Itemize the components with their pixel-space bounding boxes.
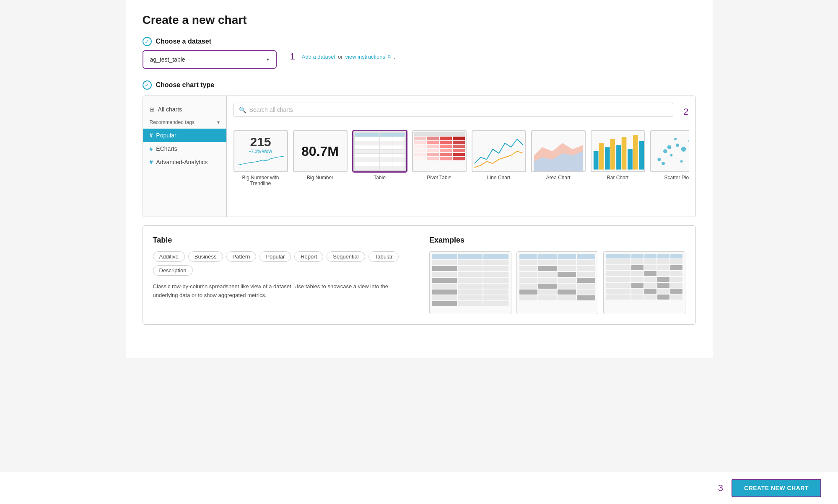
- svg-point-38: [670, 154, 672, 157]
- svg-point-43: [662, 162, 665, 165]
- svg-point-46: [667, 145, 671, 149]
- dataset-info-row: Add a dataset or view instructions ⧉ .: [302, 54, 395, 60]
- chart-thumb-big-number-trendline[interactable]: 215 +7.0% WoW Big Number with Trendline: [233, 130, 288, 186]
- tag-business[interactable]: Business: [188, 251, 223, 262]
- svg-rect-34: [633, 135, 638, 169]
- add-dataset-link[interactable]: Add a dataset: [302, 54, 335, 60]
- chart-thumb-scatter-plot[interactable]: Scatter Plot: [650, 130, 689, 186]
- sidebar-tag-popular[interactable]: # Popular: [143, 129, 226, 142]
- svg-point-36: [657, 158, 661, 161]
- chart-thumb-img-area-chart: [531, 130, 586, 172]
- scatter-plot-preview: [651, 130, 689, 172]
- dataset-box: ag_test_table ▾: [143, 50, 277, 69]
- chart-thumbnails: 215 +7.0% WoW Big Number with Trendline: [233, 130, 689, 186]
- svg-rect-3: [439, 137, 451, 140]
- svg-point-47: [680, 160, 682, 163]
- step1-number: 1: [290, 51, 295, 62]
- example-thumb-2[interactable]: [516, 251, 599, 314]
- svg-rect-14: [426, 149, 438, 152]
- search-bar[interactable]: 🔍: [233, 103, 674, 117]
- dataset-select[interactable]: ag_test_table ▾: [150, 56, 269, 63]
- chart-thumb-img-line-chart: [472, 130, 526, 172]
- or-text: or: [338, 54, 343, 60]
- view-instructions-link[interactable]: view instructions: [345, 54, 385, 60]
- svg-rect-5: [413, 141, 425, 144]
- svg-rect-2: [426, 137, 438, 140]
- chart-type-label: Choose chart type: [156, 81, 215, 89]
- chart-thumb-line-chart[interactable]: Line Chart: [472, 130, 526, 186]
- chart-thumb-img-bar-chart: [591, 130, 645, 172]
- example-thumb-1[interactable]: [429, 251, 511, 314]
- hash-icon: #: [150, 132, 153, 139]
- chart-thumb-label: Line Chart: [487, 175, 510, 181]
- chart-thumb-table[interactable]: Table: [353, 130, 407, 186]
- chart-thumb-label: Area Chart: [546, 175, 570, 181]
- recommended-tags-label: Recommended tags: [150, 119, 195, 125]
- svg-rect-11: [439, 145, 451, 148]
- tag-description[interactable]: Description: [153, 265, 193, 276]
- big-number-content: 215 +7.0% WoW: [234, 132, 287, 171]
- chart-thumb-area-chart[interactable]: Area Chart: [531, 130, 586, 186]
- chart-thumb-img-pivot-table: [412, 130, 467, 172]
- sidebar-tag-label: Advanced-Analytics: [156, 159, 208, 165]
- svg-rect-12: [452, 145, 464, 148]
- trendline-chart: [238, 154, 284, 166]
- hash-icon: #: [150, 145, 153, 152]
- svg-rect-33: [628, 149, 633, 169]
- dataset-section-label: Choose a dataset: [156, 38, 211, 45]
- create-new-chart-button[interactable]: CREATE NEW CHART: [732, 479, 821, 497]
- example-thumb-3[interactable]: [603, 251, 685, 314]
- area-chart-preview: [532, 130, 585, 172]
- search-icon: 🔍: [239, 106, 246, 113]
- all-charts-label: All charts: [158, 106, 182, 113]
- period: .: [394, 54, 395, 60]
- search-input[interactable]: [249, 106, 668, 113]
- tag-sequential[interactable]: Sequential: [327, 251, 365, 262]
- recommended-tags-header[interactable]: Recommended tags ▾: [143, 116, 226, 129]
- chart-thumb-img-table: [353, 130, 407, 172]
- tag-tabular[interactable]: Tabular: [368, 251, 399, 262]
- grid-icon: ⊞: [150, 106, 155, 113]
- svg-rect-16: [452, 149, 464, 152]
- big-number-sub: +7.0% WoW: [238, 149, 284, 154]
- svg-rect-27: [593, 151, 598, 170]
- chart-description: Classic row-by-column spreadsheet like v…: [153, 282, 409, 300]
- chart-thumb-bar-chart[interactable]: Bar Chart: [591, 130, 645, 186]
- svg-rect-15: [439, 149, 451, 152]
- chart-type-header: ✓ Choose chart type: [143, 80, 696, 90]
- svg-rect-32: [621, 137, 626, 170]
- search-row: 🔍 2: [233, 103, 689, 124]
- chart-thumb-pivot-table[interactable]: Pivot Table: [412, 130, 467, 186]
- chart-thumb-big-number[interactable]: 80.7M Big Number: [293, 130, 348, 186]
- svg-rect-23: [439, 157, 451, 160]
- chart-sidebar: ⊞ All charts Recommended tags ▾ # Popula…: [143, 96, 227, 217]
- svg-rect-7: [439, 141, 451, 144]
- chart-thumb-label: Pivot Table: [427, 175, 451, 181]
- sidebar-tag-advanced-analytics[interactable]: # Advanced-Analytics: [143, 155, 226, 169]
- svg-point-41: [688, 140, 689, 142]
- chart-thumb-label: Bar Chart: [607, 175, 628, 181]
- svg-rect-9: [413, 145, 425, 148]
- sidebar-tag-label: Popular: [156, 132, 176, 139]
- svg-rect-31: [616, 145, 621, 169]
- sidebar-tag-echarts[interactable]: # ECharts: [143, 142, 226, 155]
- svg-rect-17: [413, 153, 425, 156]
- sidebar-tag-label: ECharts: [156, 145, 177, 152]
- tag-report[interactable]: Report: [294, 251, 323, 262]
- chart-type-container: ⊞ All charts Recommended tags ▾ # Popula…: [143, 96, 696, 217]
- footer-bar: 3 CREATE NEW CHART: [0, 472, 838, 504]
- tag-pattern[interactable]: Pattern: [226, 251, 257, 262]
- svg-rect-35: [639, 141, 644, 170]
- tag-additive[interactable]: Additive: [153, 251, 185, 262]
- dataset-check-icon: ✓: [143, 37, 152, 46]
- tag-popular[interactable]: Popular: [259, 251, 291, 262]
- dataset-section-header: ✓ Choose a dataset: [143, 37, 696, 46]
- sidebar-all-charts[interactable]: ⊞ All charts: [143, 103, 226, 116]
- chart-thumb-img-scatter-plot: [650, 130, 689, 172]
- svg-rect-6: [426, 141, 438, 144]
- external-link-icon: ⧉: [388, 54, 391, 59]
- svg-rect-19: [439, 153, 451, 156]
- svg-rect-13: [413, 149, 425, 152]
- chart-thumb-label: Table: [374, 175, 386, 181]
- svg-point-40: [681, 147, 686, 152]
